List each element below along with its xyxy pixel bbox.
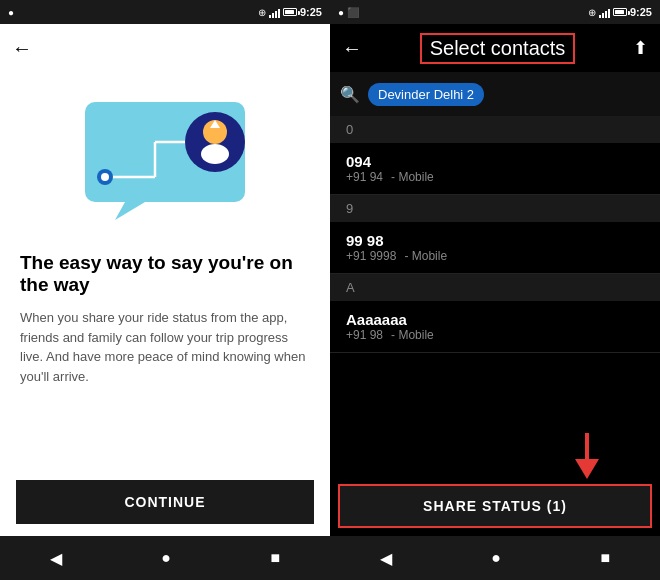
contact-name-094: 094 (346, 153, 644, 170)
search-icon: 🔍 (340, 85, 360, 104)
status-time-right: 9:25 (630, 6, 652, 18)
nav-recents-left[interactable]: ■ (271, 549, 281, 567)
android-icon: ● (8, 7, 14, 18)
ride-illustration (65, 92, 265, 232)
nav-home-right[interactable]: ● (491, 549, 501, 567)
svg-point-11 (201, 144, 229, 164)
contact-item-094[interactable]: 094 +91 94 - Mobile (330, 143, 660, 195)
status-bar-left: ● ⊕ 9:25 (0, 0, 330, 24)
main-title: The easy way to say you're on the way (20, 252, 310, 296)
contact-details-aaaaaaa: +91 98 - Mobile (346, 328, 644, 342)
share-icon[interactable]: ⬆ (633, 37, 648, 59)
battery-icon (283, 8, 297, 16)
contact-name-aaaaaaa: Aaaaaaa (346, 311, 644, 328)
location-icon: ⊕ (258, 7, 266, 18)
section-header-a: A (330, 274, 660, 301)
contact-name-9998: 99 98 (346, 232, 644, 249)
battery-icon-right (613, 8, 627, 16)
down-arrow-indicator (569, 431, 605, 481)
top-bar-right: ← Select contacts ⬆ (330, 24, 660, 72)
contact-type-094: - Mobile (391, 170, 434, 184)
location-icon-right: ⊕ (588, 7, 596, 18)
contact-type-aaaaaaa: - Mobile (391, 328, 434, 342)
left-panel: ● ⊕ 9:25 ← (0, 0, 330, 580)
status-icons-right-right: ⊕ 9:25 (588, 6, 652, 18)
image-icon: ⬛ (347, 7, 359, 18)
back-button-right[interactable]: ← (342, 37, 362, 60)
contact-phone-aaaaaaa: +91 98 (346, 328, 383, 342)
status-icons-right: ⊕ 9:25 (258, 6, 322, 18)
continue-button[interactable]: CONTINUE (16, 480, 314, 524)
main-desc: When you share your ride status from the… (20, 308, 310, 386)
nav-bar-right: ◀ ● ■ (330, 536, 660, 580)
svg-marker-1 (115, 202, 145, 220)
nav-back-left[interactable]: ◀ (50, 549, 62, 568)
contact-item-9998[interactable]: 99 98 +91 9998 - Mobile (330, 222, 660, 274)
top-bar-left: ← (0, 24, 330, 72)
nav-back-right[interactable]: ◀ (380, 549, 392, 568)
contact-phone-9998: +91 9998 (346, 249, 396, 263)
contact-details-9998: +91 9998 - Mobile (346, 249, 644, 263)
search-bar: 🔍 Devinder Delhi 2 (330, 72, 660, 116)
nav-home-left[interactable]: ● (161, 549, 171, 567)
share-btn-area: SHARE STATUS (1) (330, 476, 660, 536)
nav-bar-left: ◀ ● ■ (0, 536, 330, 580)
status-icons-left: ● (8, 7, 14, 18)
contact-details-094: +91 94 - Mobile (346, 170, 644, 184)
illustration-area: The easy way to say you're on the way Wh… (0, 72, 330, 468)
android-icon-right: ● (338, 7, 344, 18)
nav-recents-right[interactable]: ■ (601, 549, 611, 567)
contacts-list[interactable]: 0 094 +91 94 - Mobile 9 99 98 +91 9998 -… (330, 116, 660, 476)
contact-item-aaaaaaa[interactable]: Aaaaaaa +91 98 - Mobile (330, 301, 660, 353)
contact-phone-094: +91 94 (346, 170, 383, 184)
search-chip[interactable]: Devinder Delhi 2 (368, 83, 484, 106)
right-panel: ● ⬛ ⊕ 9:25 ← Select contacts ⬆ 🔍 Devinde… (330, 0, 660, 580)
back-button-left[interactable]: ← (12, 37, 32, 60)
select-contacts-title: Select contacts (420, 33, 576, 64)
status-icons-right-left: ● ⬛ (338, 7, 359, 18)
signal-icon-right (599, 6, 610, 18)
svg-marker-14 (575, 459, 599, 479)
contact-type-9998: - Mobile (404, 249, 447, 263)
section-header-9: 9 (330, 195, 660, 222)
svg-point-6 (101, 173, 109, 181)
share-status-button[interactable]: SHARE STATUS (1) (338, 484, 652, 528)
continue-btn-area: CONTINUE (0, 468, 330, 536)
status-time-left: 9:25 (300, 6, 322, 18)
status-bar-right: ● ⬛ ⊕ 9:25 (330, 0, 660, 24)
section-header-0: 0 (330, 116, 660, 143)
signal-icon (269, 6, 280, 18)
